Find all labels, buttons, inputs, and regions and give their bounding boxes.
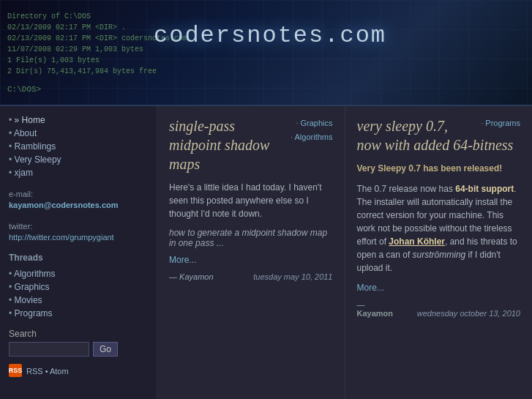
nav-link-ramblings[interactable]: Ramblings xyxy=(15,141,56,152)
search-button[interactable]: Go xyxy=(93,342,118,357)
post-1-more-link[interactable]: More... xyxy=(169,255,196,265)
nav-link-verysleepy[interactable]: Very Sleepy xyxy=(15,154,61,165)
content-area: Graphics Algorithms single-pass midpoint… xyxy=(157,106,532,399)
thread-item-programs[interactable]: Programs xyxy=(9,307,148,320)
thread-link-movies[interactable]: Movies xyxy=(15,295,42,305)
thread-item-graphics[interactable]: Graphics xyxy=(9,280,148,294)
post-1-date: tuesday may 10, 2011 xyxy=(253,272,332,281)
rss-row: RSS RSS • Atom xyxy=(9,364,148,377)
nav-item-xjam[interactable]: xjam xyxy=(9,166,148,179)
thread-link-programs[interactable]: Programs xyxy=(15,308,53,318)
nav-item-home[interactable]: » Home xyxy=(9,113,148,127)
site-title: codersnotes.com xyxy=(154,22,386,49)
twitter-link[interactable]: http://twitter.com/grumpygiant xyxy=(9,233,114,242)
post-1-excerpt: how to generate a midpoint shadow map in… xyxy=(169,228,333,248)
threads-list: Algorithms Graphics Movies Programs xyxy=(9,267,148,320)
search-input[interactable] xyxy=(9,342,89,357)
thread-item-algorithms[interactable]: Algorithms xyxy=(9,267,148,280)
nav-item-about[interactable]: About xyxy=(9,127,148,140)
nav-list: » Home About Ramblings Very Sleepy xjam xyxy=(9,113,148,179)
thread-item-movies[interactable]: Movies xyxy=(9,294,148,307)
nav-item-verysleepy[interactable]: Very Sleepy xyxy=(9,153,148,166)
thread-link-algorithms[interactable]: Algorithms xyxy=(14,269,56,279)
email-section: e-mail: kayamon@codersnotes.com xyxy=(9,188,148,210)
threads-title: Threads xyxy=(9,253,148,263)
search-row: Go xyxy=(9,342,148,357)
post-2-date: wednesday october 13, 2010 xyxy=(417,309,520,318)
post-2-more-link[interactable]: More... xyxy=(357,283,384,293)
post-2-body: The 0.7 release now has 64-bit support. … xyxy=(357,182,521,275)
main-container: » Home About Ramblings Very Sleepy xjam … xyxy=(0,106,532,399)
nav-item-ramblings[interactable]: Ramblings xyxy=(9,140,148,153)
post-2-bold1: 64-bit support xyxy=(455,184,514,194)
post-2-intro: Very Sleepy 0.7 has been released! xyxy=(357,162,521,175)
terminal-prompt: C:\DOS> xyxy=(7,85,41,94)
rss-text: RSS • Atom xyxy=(26,365,69,376)
post-2-text1: The 0.7 release now has xyxy=(357,184,456,194)
post-2-dash: — xyxy=(357,300,365,309)
post-2-italic1: surströmming xyxy=(413,250,466,260)
post-2-author2: Kayamon xyxy=(357,309,394,318)
post-1-more[interactable]: More... xyxy=(169,254,333,265)
thread-link-graphics[interactable]: Graphics xyxy=(15,282,50,292)
tag-programs[interactable]: Programs xyxy=(481,116,520,130)
post-1-author: — Kayamon xyxy=(169,272,214,281)
nav-link-xjam[interactable]: xjam xyxy=(15,168,33,178)
post-1-footer: — Kayamon tuesday may 10, 2011 xyxy=(169,272,333,281)
nav-link-home[interactable]: » Home xyxy=(15,115,45,125)
tag-graphics[interactable]: Graphics xyxy=(291,116,332,130)
email-label: e-mail: xyxy=(9,190,33,198)
post-2-intro-text: Very Sleepy 0.7 has been released! xyxy=(357,163,503,174)
sidebar: » Home About Ramblings Very Sleepy xjam … xyxy=(0,106,157,399)
post-1-body: Here's a little idea I had today. I have… xyxy=(169,181,333,220)
post-2-footer: — Kayamon wednesday october 13, 2010 xyxy=(357,300,521,318)
post-2-author-dash: — Kayamon xyxy=(357,300,394,318)
post-2-more[interactable]: More... xyxy=(357,282,521,293)
tag-algorithms[interactable]: Algorithms xyxy=(291,130,332,144)
post-2-tags: Programs xyxy=(481,116,520,130)
twitter-label: twitter: xyxy=(9,222,32,231)
post-1: Graphics Algorithms single-pass midpoint… xyxy=(157,106,345,399)
site-header: Directory of C:\DOS 02/13/2009 02:17 PM … xyxy=(0,0,532,106)
post-2-author-ref: Johan Köhler xyxy=(389,236,445,247)
search-label: Search xyxy=(9,329,148,339)
email-value: kayamon@codersnotes.com xyxy=(9,201,119,209)
rss-icon: RSS xyxy=(9,364,22,377)
rss-link[interactable]: RSS • Atom xyxy=(26,367,69,376)
nav-link-about[interactable]: About xyxy=(14,128,37,138)
post-2: Programs very sleepy 0.7, now with added… xyxy=(345,106,533,399)
twitter-section: twitter: http://twitter.com/grumpygiant xyxy=(9,220,148,242)
post-1-tags: Graphics Algorithms xyxy=(291,116,332,143)
